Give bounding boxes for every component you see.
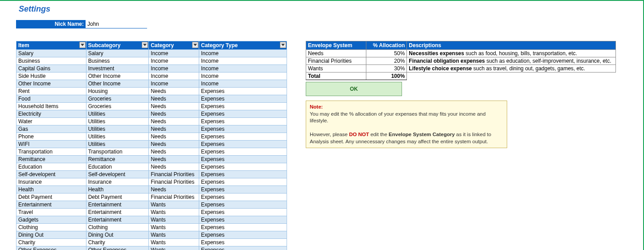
table-cell[interactable]: Needs [149, 95, 199, 103]
table-cell[interactable]: Wants [149, 246, 199, 250]
table-cell[interactable]: Needs [149, 88, 199, 95]
table-cell[interactable]: Expenses [199, 118, 287, 125]
table-cell[interactable]: Income [149, 50, 199, 57]
table-cell[interactable]: Income [199, 73, 287, 80]
table-cell[interactable]: Utilities [86, 125, 149, 133]
envelope-header-allocation[interactable]: % Allocation [366, 41, 407, 50]
table-cell[interactable]: Expenses [199, 246, 287, 250]
envelope-header-system[interactable]: Envelope System [306, 41, 366, 50]
table-cell[interactable]: Food [16, 95, 86, 103]
table-cell[interactable]: Needs [149, 163, 199, 171]
table-cell[interactable]: Needs [149, 186, 199, 194]
nick-name-input[interactable]: John [86, 20, 147, 28]
column-header[interactable]: Subcategory [86, 41, 149, 50]
table-cell[interactable]: Health [86, 186, 149, 194]
table-cell[interactable]: Side Hustle [16, 73, 86, 80]
table-cell[interactable]: Income [199, 65, 287, 73]
table-cell[interactable]: Remittance [16, 156, 86, 163]
table-cell[interactable]: Housing [86, 88, 149, 95]
table-cell[interactable]: Income [149, 73, 199, 80]
table-cell[interactable]: Insurance [86, 178, 149, 186]
table-cell[interactable]: Remittance [86, 156, 149, 163]
table-cell[interactable]: Expenses [199, 133, 287, 141]
column-header[interactable]: Category [149, 41, 199, 50]
table-cell[interactable]: Expenses [199, 103, 287, 110]
table-cell[interactable]: Clothing [16, 224, 86, 231]
table-cell[interactable]: Expenses [199, 194, 287, 201]
table-cell[interactable]: Utilities [86, 118, 149, 125]
table-cell[interactable]: Self-developent [86, 171, 149, 178]
table-cell[interactable]: Expenses [199, 178, 287, 186]
table-cell[interactable]: Expenses [199, 95, 287, 103]
envelope-pct-cell[interactable]: 30% [366, 65, 407, 73]
table-cell[interactable]: Financial Priorities [149, 194, 199, 201]
table-cell[interactable]: Gadgets [16, 216, 86, 224]
table-cell[interactable]: Education [86, 163, 149, 171]
envelope-header-descriptions[interactable]: Descriptions [407, 41, 616, 50]
envelope-name-cell[interactable]: Wants [306, 65, 366, 73]
table-cell[interactable]: Needs [149, 118, 199, 125]
table-cell[interactable]: Income [199, 80, 287, 88]
table-cell[interactable]: Other Income [16, 80, 86, 88]
table-cell[interactable]: Expenses [199, 239, 287, 246]
table-cell[interactable]: Transportation [16, 148, 86, 156]
table-cell[interactable]: Needs [149, 141, 199, 148]
envelope-desc-cell[interactable]: Necessities expenses such as food, housi… [407, 50, 616, 57]
table-cell[interactable]: Groceries [86, 103, 149, 110]
table-cell[interactable]: Expenses [199, 125, 287, 133]
table-cell[interactable]: Financial Priorities [149, 178, 199, 186]
table-cell[interactable]: Income [199, 57, 287, 65]
table-cell[interactable]: Charity [86, 239, 149, 246]
table-cell[interactable]: Wants [149, 209, 199, 216]
table-cell[interactable]: Rent [16, 88, 86, 95]
column-header[interactable]: Item [16, 41, 86, 50]
table-cell[interactable]: Investment [86, 65, 149, 73]
table-cell[interactable]: Expenses [199, 231, 287, 239]
table-cell[interactable]: Other Income [86, 80, 149, 88]
table-cell[interactable]: Financial Priorities [149, 171, 199, 178]
table-cell[interactable]: Other Expenses [86, 246, 149, 250]
envelope-name-cell[interactable]: Needs [306, 50, 366, 57]
table-cell[interactable]: Utilities [86, 133, 149, 141]
table-cell[interactable]: Wants [149, 231, 199, 239]
envelope-pct-cell[interactable]: 20% [366, 57, 407, 65]
table-cell[interactable]: Debt Payment [16, 194, 86, 201]
table-cell[interactable]: Entertainment [16, 201, 86, 209]
table-cell[interactable]: Utilities [86, 110, 149, 118]
table-cell[interactable]: Income [149, 65, 199, 73]
table-cell[interactable]: Wants [149, 224, 199, 231]
table-cell[interactable]: Wants [149, 239, 199, 246]
table-cell[interactable]: Income [149, 57, 199, 65]
table-cell[interactable]: Needs [149, 103, 199, 110]
table-cell[interactable]: Expenses [199, 201, 287, 209]
table-cell[interactable]: Business [16, 57, 86, 65]
filter-dropdown-icon[interactable] [192, 42, 198, 48]
table-cell[interactable]: Expenses [199, 88, 287, 95]
table-cell[interactable]: Entertainment [86, 216, 149, 224]
table-cell[interactable]: Expenses [199, 171, 287, 178]
table-cell[interactable]: Needs [149, 148, 199, 156]
table-cell[interactable]: Charity [16, 239, 86, 246]
table-cell[interactable]: Insurance [16, 178, 86, 186]
table-cell[interactable]: Dining Out [86, 231, 149, 239]
table-cell[interactable]: Salary [16, 50, 86, 57]
table-cell[interactable]: Capital Gains [16, 65, 86, 73]
table-cell[interactable]: Salary [86, 50, 149, 57]
envelope-desc-cell[interactable]: Lifestyle choice expense such as travel,… [407, 65, 616, 73]
table-cell[interactable]: Gas [16, 125, 86, 133]
table-cell[interactable]: Groceries [86, 95, 149, 103]
table-cell[interactable]: Needs [149, 110, 199, 118]
table-cell[interactable]: Expenses [199, 148, 287, 156]
table-cell[interactable]: Expenses [199, 224, 287, 231]
table-cell[interactable]: Self-developent [16, 171, 86, 178]
column-header[interactable]: Category Type [199, 41, 287, 50]
filter-dropdown-icon[interactable] [79, 42, 86, 48]
table-cell[interactable]: Dining Out [16, 231, 86, 239]
table-cell[interactable]: Business [86, 57, 149, 65]
table-cell[interactable]: Electricity [16, 110, 86, 118]
table-cell[interactable]: Water [16, 118, 86, 125]
envelope-name-cell[interactable]: Financial Priorities [306, 57, 366, 65]
table-cell[interactable]: Phone [16, 133, 86, 141]
table-cell[interactable]: Income [199, 50, 287, 57]
envelope-desc-cell[interactable]: Financial obligation expenses such as ed… [407, 57, 616, 65]
